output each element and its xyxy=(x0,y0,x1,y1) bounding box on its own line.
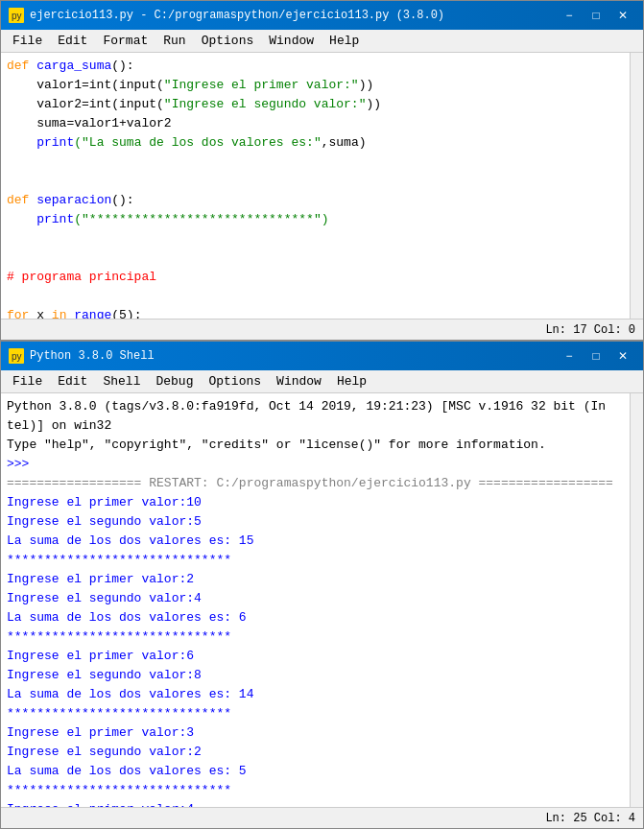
shell-line: Ingrese el primer valor:10 xyxy=(7,493,624,512)
editor-menu-run[interactable]: Run xyxy=(155,32,193,50)
editor-close-btn[interactable]: ✕ xyxy=(610,5,635,26)
editor-minimize-btn[interactable]: − xyxy=(557,5,582,26)
shell-line: Type "help", "copyright", "credits" or "… xyxy=(7,436,624,455)
shell-menu-options[interactable]: Options xyxy=(201,372,269,391)
shell-line: La suma de los dos valores es: 5 xyxy=(7,762,624,781)
code-line: def carga_suma(): xyxy=(7,57,624,76)
shell-window: py Python 3.8.0 Shell − □ ✕ File Edit Sh… xyxy=(0,341,644,829)
shell-line: Ingrese el primer valor:6 xyxy=(7,647,624,666)
editor-menu-edit[interactable]: Edit xyxy=(50,32,95,50)
editor-menu-bar: File Edit Format Run Options Window Help xyxy=(1,30,643,53)
shell-line: Ingrese el primer valor:3 xyxy=(7,723,624,743)
code-line: print("La suma de los dos valores es:",s… xyxy=(7,133,624,153)
shell-close-btn[interactable]: ✕ xyxy=(610,345,635,367)
editor-controls: − □ ✕ xyxy=(557,5,635,26)
shell-line: Ingrese el segundo valor:5 xyxy=(7,512,624,532)
code-line: def separacion(): xyxy=(7,191,624,210)
editor-scrollbar[interactable] xyxy=(630,53,643,319)
shell-line: La suma de los dos valores es: 14 xyxy=(7,685,624,704)
code-line xyxy=(7,287,624,306)
shell-line: La suma de los dos valores es: 6 xyxy=(7,608,624,628)
shell-menu-debug[interactable]: Debug xyxy=(148,372,201,391)
shell-menu-window[interactable]: Window xyxy=(269,372,329,391)
code-line: # programa principal xyxy=(7,268,624,287)
shell-line: Ingrese el segundo valor:8 xyxy=(7,666,624,685)
shell-menu-file[interactable]: File xyxy=(5,372,50,391)
shell-scrollbar[interactable] xyxy=(630,393,643,807)
editor-content-area: def carga_suma(): valor1=int(input("Ingr… xyxy=(1,53,643,319)
shell-content-area: Python 3.8.0 (tags/v3.8.0:fa919fd, Oct 1… xyxy=(1,393,643,807)
shell-status-bar: Ln: 25 Col: 4 xyxy=(1,807,643,828)
editor-title-text: ejercicio113.py - C:/programaspython/eje… xyxy=(30,9,444,22)
editor-title-left: py ejercicio113.py - C:/programaspython/… xyxy=(9,8,444,23)
svg-text:py: py xyxy=(12,351,22,362)
editor-menu-help[interactable]: Help xyxy=(322,32,367,50)
shell-window-icon: py xyxy=(9,348,24,364)
shell-title-left: py Python 3.8.0 Shell xyxy=(9,348,155,364)
shell-line: Python 3.8.0 (tags/v3.8.0:fa919fd, Oct 1… xyxy=(7,397,624,416)
shell-line: ================== RESTART: C:/programas… xyxy=(7,474,624,493)
shell-line: ****************************** xyxy=(7,628,624,647)
shell-output-area[interactable]: Python 3.8.0 (tags/v3.8.0:fa919fd, Oct 1… xyxy=(1,393,630,807)
code-line xyxy=(7,153,624,172)
editor-menu-window[interactable]: Window xyxy=(261,32,322,50)
shell-title-text: Python 3.8.0 Shell xyxy=(30,349,155,363)
shell-controls: − □ ✕ xyxy=(557,345,635,367)
code-line: for x in range(5): xyxy=(7,306,624,319)
editor-code-area[interactable]: def carga_suma(): valor1=int(input("Ingr… xyxy=(1,53,630,319)
editor-status-text: Ln: 17 Col: 0 xyxy=(545,323,635,337)
shell-line: Ingrese el primer valor:2 xyxy=(7,570,624,589)
editor-title-bar: py ejercicio113.py - C:/programaspython/… xyxy=(1,1,643,30)
shell-maximize-btn[interactable]: □ xyxy=(584,345,608,367)
code-line: valor1=int(input("Ingrese el primer valo… xyxy=(7,76,624,95)
main-container: py ejercicio113.py - C:/programaspython/… xyxy=(0,0,644,829)
shell-menu-help[interactable]: Help xyxy=(329,372,374,391)
editor-maximize-btn[interactable]: □ xyxy=(584,5,608,26)
shell-line: Ingrese el primer valor:4 xyxy=(7,800,624,807)
shell-line: ****************************** xyxy=(7,551,624,570)
shell-line: tel)] on win32 xyxy=(7,416,624,436)
editor-menu-options[interactable]: Options xyxy=(194,32,262,50)
svg-text:py: py xyxy=(12,11,22,21)
shell-title-bar: py Python 3.8.0 Shell − □ ✕ xyxy=(1,342,643,370)
shell-line: ****************************** xyxy=(7,781,624,800)
code-line: valor2=int(input("Ingrese el segundo val… xyxy=(7,95,624,114)
code-line xyxy=(7,172,624,191)
shell-line: Ingrese el segundo valor:2 xyxy=(7,743,624,762)
editor-menu-file[interactable]: File xyxy=(5,32,50,50)
code-line: print("******************************") xyxy=(7,210,624,229)
code-line: suma=valor1+valor2 xyxy=(7,114,624,133)
editor-status-bar: Ln: 17 Col: 0 xyxy=(1,319,643,340)
editor-window-icon: py xyxy=(9,8,24,23)
editor-menu-format[interactable]: Format xyxy=(95,32,155,50)
shell-menu-bar: File Edit Shell Debug Options Window Hel… xyxy=(1,370,643,393)
code-line xyxy=(7,249,624,268)
shell-line: >>> xyxy=(7,455,624,474)
shell-line: La suma de los dos valores es: 15 xyxy=(7,532,624,551)
shell-line: ****************************** xyxy=(7,704,624,723)
code-line xyxy=(7,229,624,249)
shell-menu-shell[interactable]: Shell xyxy=(95,372,148,391)
shell-line: Ingrese el segundo valor:4 xyxy=(7,589,624,608)
shell-menu-edit[interactable]: Edit xyxy=(50,372,95,391)
editor-window: py ejercicio113.py - C:/programaspython/… xyxy=(0,0,644,341)
shell-minimize-btn[interactable]: − xyxy=(557,345,582,367)
shell-status-text: Ln: 25 Col: 4 xyxy=(545,812,635,825)
